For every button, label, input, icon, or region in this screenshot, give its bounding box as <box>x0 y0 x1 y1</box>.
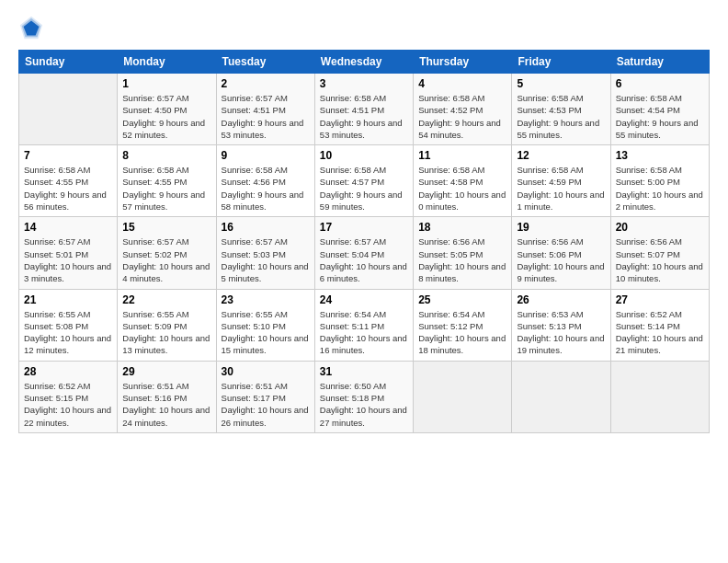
day-cell: 29Sunrise: 6:51 AMSunset: 5:16 PMDayligh… <box>118 361 216 432</box>
day-cell: 22Sunrise: 6:55 AMSunset: 5:09 PMDayligh… <box>118 289 216 361</box>
day-info: Sunrise: 6:53 AMSunset: 5:13 PMDaylight:… <box>517 308 605 357</box>
day-cell: 18Sunrise: 6:56 AMSunset: 5:05 PMDayligh… <box>414 217 512 289</box>
day-number: 5 <box>517 77 605 90</box>
week-row-3: 14Sunrise: 6:57 AMSunset: 5:01 PMDayligh… <box>19 217 710 289</box>
day-cell: 24Sunrise: 6:54 AMSunset: 5:11 PMDayligh… <box>314 289 413 361</box>
day-info: Sunrise: 6:58 AMSunset: 4:52 PMDaylight:… <box>418 92 506 141</box>
day-number: 7 <box>24 149 112 162</box>
day-cell <box>610 361 709 432</box>
day-number: 12 <box>517 149 605 162</box>
weekday-header-sunday: Sunday <box>19 51 118 74</box>
day-cell: 8Sunrise: 6:58 AMSunset: 4:55 PMDaylight… <box>118 145 216 217</box>
day-cell: 23Sunrise: 6:55 AMSunset: 5:10 PMDayligh… <box>216 289 314 361</box>
week-row-4: 21Sunrise: 6:55 AMSunset: 5:08 PMDayligh… <box>19 289 710 361</box>
day-number: 13 <box>616 149 704 162</box>
day-info: Sunrise: 6:58 AMSunset: 4:59 PMDaylight:… <box>517 164 605 213</box>
day-cell: 3Sunrise: 6:58 AMSunset: 4:51 PMDaylight… <box>314 74 413 145</box>
day-cell: 28Sunrise: 6:52 AMSunset: 5:15 PMDayligh… <box>19 361 118 432</box>
day-number: 4 <box>418 77 506 90</box>
day-cell: 30Sunrise: 6:51 AMSunset: 5:17 PMDayligh… <box>216 361 314 432</box>
day-number: 9 <box>222 149 310 162</box>
day-number: 22 <box>122 293 210 306</box>
calendar-table: SundayMondayTuesdayWednesdayThursdayFrid… <box>18 50 710 433</box>
day-info: Sunrise: 6:55 AMSunset: 5:10 PMDaylight:… <box>222 308 310 357</box>
day-cell: 16Sunrise: 6:57 AMSunset: 5:03 PMDayligh… <box>216 217 314 289</box>
day-cell: 1Sunrise: 6:57 AMSunset: 4:50 PMDaylight… <box>118 74 216 145</box>
day-cell <box>512 361 610 432</box>
day-number: 24 <box>320 293 408 306</box>
day-info: Sunrise: 6:58 AMSunset: 4:56 PMDaylight:… <box>222 164 310 213</box>
day-info: Sunrise: 6:57 AMSunset: 4:50 PMDaylight:… <box>122 92 210 141</box>
day-cell: 11Sunrise: 6:58 AMSunset: 4:58 PMDayligh… <box>414 145 512 217</box>
day-cell: 9Sunrise: 6:58 AMSunset: 4:56 PMDaylight… <box>216 145 314 217</box>
logo-icon <box>18 15 44 40</box>
day-number: 25 <box>418 293 506 306</box>
day-number: 18 <box>418 221 506 234</box>
day-cell: 26Sunrise: 6:53 AMSunset: 5:13 PMDayligh… <box>512 289 610 361</box>
day-info: Sunrise: 6:57 AMSunset: 5:03 PMDaylight:… <box>222 236 310 284</box>
day-number: 21 <box>24 293 112 306</box>
day-cell: 5Sunrise: 6:58 AMSunset: 4:53 PMDaylight… <box>512 74 610 145</box>
day-info: Sunrise: 6:56 AMSunset: 5:06 PMDaylight:… <box>517 236 605 284</box>
weekday-header-friday: Friday <box>512 51 610 74</box>
day-number: 1 <box>122 77 210 90</box>
day-info: Sunrise: 6:58 AMSunset: 4:55 PMDaylight:… <box>122 164 210 213</box>
day-info: Sunrise: 6:54 AMSunset: 5:12 PMDaylight:… <box>418 308 506 357</box>
weekday-header-tuesday: Tuesday <box>216 51 314 74</box>
weekday-header-saturday: Saturday <box>610 51 709 74</box>
day-cell: 2Sunrise: 6:57 AMSunset: 4:51 PMDaylight… <box>216 74 314 145</box>
day-cell: 4Sunrise: 6:58 AMSunset: 4:52 PMDaylight… <box>414 74 512 145</box>
day-info: Sunrise: 6:52 AMSunset: 5:14 PMDaylight:… <box>616 308 704 357</box>
day-cell <box>19 74 118 145</box>
day-cell: 17Sunrise: 6:57 AMSunset: 5:04 PMDayligh… <box>314 217 413 289</box>
day-cell: 31Sunrise: 6:50 AMSunset: 5:18 PMDayligh… <box>314 361 413 432</box>
day-cell: 13Sunrise: 6:58 AMSunset: 5:00 PMDayligh… <box>610 145 709 217</box>
day-cell: 27Sunrise: 6:52 AMSunset: 5:14 PMDayligh… <box>610 289 709 361</box>
logo <box>18 15 48 40</box>
day-number: 14 <box>24 221 112 234</box>
day-number: 10 <box>320 149 408 162</box>
day-number: 15 <box>122 221 210 234</box>
day-cell: 21Sunrise: 6:55 AMSunset: 5:08 PMDayligh… <box>19 289 118 361</box>
day-number: 27 <box>616 293 704 306</box>
header <box>18 15 710 40</box>
day-cell: 6Sunrise: 6:58 AMSunset: 4:54 PMDaylight… <box>610 74 709 145</box>
page: SundayMondayTuesdayWednesdayThursdayFrid… <box>0 0 728 442</box>
day-info: Sunrise: 6:54 AMSunset: 5:11 PMDaylight:… <box>320 308 408 357</box>
day-number: 31 <box>320 365 408 378</box>
day-number: 30 <box>222 365 310 378</box>
day-cell: 12Sunrise: 6:58 AMSunset: 4:59 PMDayligh… <box>512 145 610 217</box>
day-info: Sunrise: 6:56 AMSunset: 5:05 PMDaylight:… <box>418 236 506 284</box>
day-info: Sunrise: 6:58 AMSunset: 4:53 PMDaylight:… <box>517 92 605 141</box>
day-cell <box>414 361 512 432</box>
day-number: 26 <box>517 293 605 306</box>
day-number: 3 <box>320 77 408 90</box>
day-info: Sunrise: 6:58 AMSunset: 5:00 PMDaylight:… <box>616 164 704 213</box>
day-number: 8 <box>122 149 210 162</box>
day-info: Sunrise: 6:58 AMSunset: 4:55 PMDaylight:… <box>24 164 112 213</box>
weekday-header-wednesday: Wednesday <box>314 51 413 74</box>
day-info: Sunrise: 6:58 AMSunset: 4:54 PMDaylight:… <box>616 92 704 141</box>
week-row-5: 28Sunrise: 6:52 AMSunset: 5:15 PMDayligh… <box>19 361 710 432</box>
day-info: Sunrise: 6:55 AMSunset: 5:08 PMDaylight:… <box>24 308 112 357</box>
day-cell: 20Sunrise: 6:56 AMSunset: 5:07 PMDayligh… <box>610 217 709 289</box>
day-info: Sunrise: 6:55 AMSunset: 5:09 PMDaylight:… <box>122 308 210 357</box>
day-number: 28 <box>24 365 112 378</box>
day-cell: 7Sunrise: 6:58 AMSunset: 4:55 PMDaylight… <box>19 145 118 217</box>
day-info: Sunrise: 6:58 AMSunset: 4:58 PMDaylight:… <box>418 164 506 213</box>
day-info: Sunrise: 6:57 AMSunset: 5:01 PMDaylight:… <box>24 236 112 284</box>
day-info: Sunrise: 6:57 AMSunset: 5:02 PMDaylight:… <box>122 236 210 284</box>
day-number: 20 <box>616 221 704 234</box>
day-info: Sunrise: 6:57 AMSunset: 5:04 PMDaylight:… <box>320 236 408 284</box>
day-cell: 15Sunrise: 6:57 AMSunset: 5:02 PMDayligh… <box>118 217 216 289</box>
week-row-2: 7Sunrise: 6:58 AMSunset: 4:55 PMDaylight… <box>19 145 710 217</box>
header-row: SundayMondayTuesdayWednesdayThursdayFrid… <box>19 51 710 74</box>
day-number: 6 <box>616 77 704 90</box>
day-number: 11 <box>418 149 506 162</box>
day-cell: 10Sunrise: 6:58 AMSunset: 4:57 PMDayligh… <box>314 145 413 217</box>
day-number: 29 <box>122 365 210 378</box>
day-info: Sunrise: 6:51 AMSunset: 5:16 PMDaylight:… <box>122 380 210 429</box>
day-number: 16 <box>222 221 310 234</box>
day-info: Sunrise: 6:58 AMSunset: 4:57 PMDaylight:… <box>320 164 408 213</box>
day-cell: 14Sunrise: 6:57 AMSunset: 5:01 PMDayligh… <box>19 217 118 289</box>
